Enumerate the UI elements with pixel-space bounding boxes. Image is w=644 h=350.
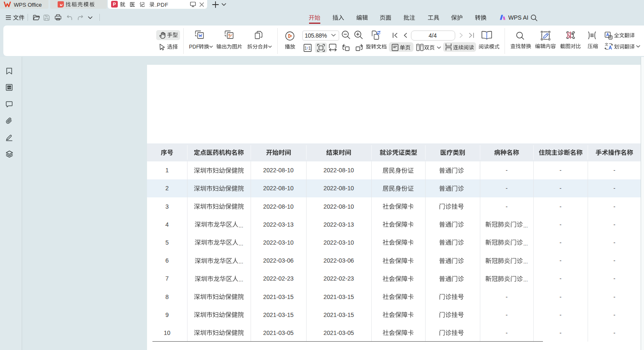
svg-text:P: P [113,2,116,7]
svg-text:1: 1 [304,46,307,50]
svg-text:1: 1 [308,46,311,50]
